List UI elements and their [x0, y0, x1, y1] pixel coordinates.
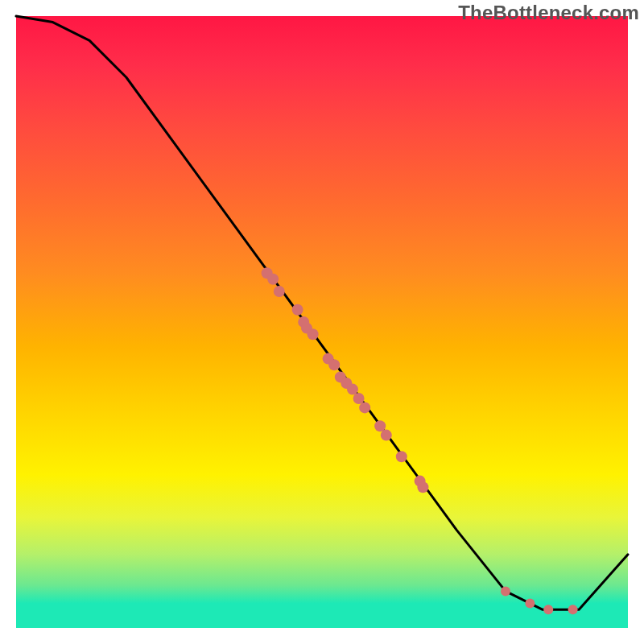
bottleneck-curve: [16, 16, 628, 609]
data-point: [396, 451, 407, 462]
data-point: [525, 599, 535, 609]
bottleneck-chart: TheBottleneck.com: [0, 0, 644, 644]
chart-overlay-svg: [0, 0, 644, 644]
data-point: [353, 393, 365, 404]
data-point: [374, 420, 386, 431]
data-point: [267, 274, 279, 285]
data-point: [568, 605, 578, 614]
data-point: [543, 605, 553, 614]
data-point: [359, 402, 370, 413]
data-point: [501, 586, 510, 596]
data-point: [381, 430, 392, 441]
points-group: [262, 267, 578, 614]
data-point: [274, 286, 285, 297]
curve-group: [16, 16, 628, 609]
data-point: [328, 359, 340, 370]
data-point: [292, 304, 303, 316]
data-point: [308, 328, 319, 340]
data-point: [347, 384, 358, 395]
data-point: [417, 481, 428, 493]
